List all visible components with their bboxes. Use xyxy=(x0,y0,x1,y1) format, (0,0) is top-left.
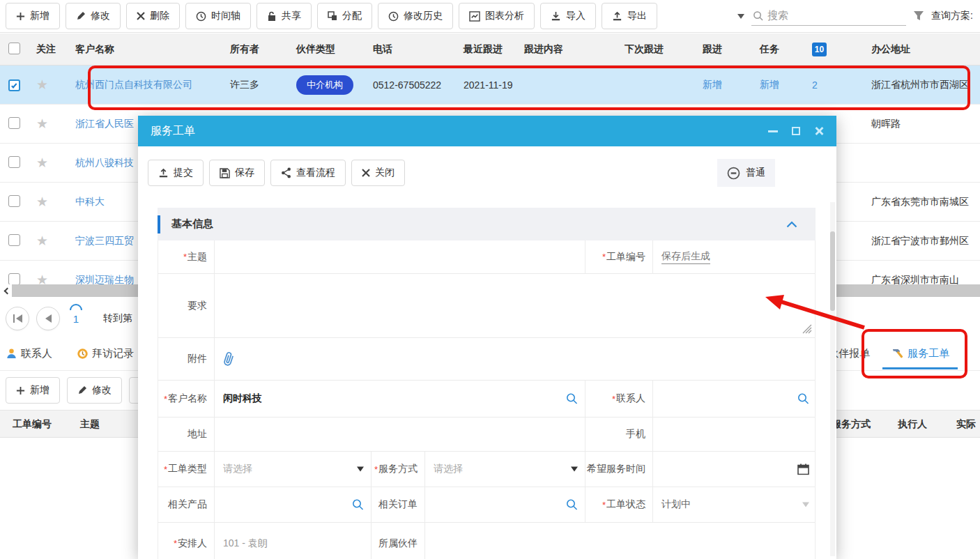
star-icon[interactable] xyxy=(36,273,48,284)
row-checkbox[interactable] xyxy=(8,156,20,168)
scroll-left-button[interactable] xyxy=(0,284,12,297)
order-status-label: 工单状态 xyxy=(585,487,652,522)
customer-name-link[interactable]: 中科大 xyxy=(75,196,105,207)
requirement-field[interactable] xyxy=(214,274,816,337)
detail-add-button[interactable]: 新增 xyxy=(6,377,60,404)
hope-time-field[interactable] xyxy=(652,452,816,487)
col-follow-up[interactable]: 跟进 xyxy=(694,43,751,56)
order-status-select[interactable]: 计划中 xyxy=(652,487,816,522)
close-icon[interactable] xyxy=(814,126,824,136)
mobile-field[interactable] xyxy=(652,418,816,451)
partner-field[interactable] xyxy=(424,523,816,559)
col-office-address[interactable]: 办公地址 xyxy=(863,43,980,56)
modal-scrollbar-thumb[interactable] xyxy=(830,231,835,311)
maximize-icon[interactable] xyxy=(792,127,800,135)
history-button[interactable]: 修改历史 xyxy=(378,3,453,29)
customer-name-link[interactable]: 深圳迈瑞生物 xyxy=(75,274,134,285)
view-flow-button[interactable]: 查看流程 xyxy=(270,160,346,186)
import-button[interactable]: 导入 xyxy=(540,3,596,29)
export-button[interactable]: 导出 xyxy=(602,3,657,29)
address-field[interactable] xyxy=(214,418,585,451)
query-plan-label[interactable]: 查询方案: xyxy=(931,10,973,22)
prev-page-button[interactable] xyxy=(36,307,60,330)
col-order-no[interactable]: 工单编号 xyxy=(13,418,52,431)
col-task[interactable]: 任务 xyxy=(751,43,804,56)
col-partner-type[interactable]: 伙伴类型 xyxy=(288,43,365,56)
tab-contacts[interactable]: 联系人 xyxy=(6,347,52,360)
share-button[interactable]: 共享 xyxy=(257,3,312,29)
col-phone[interactable]: 电话 xyxy=(365,43,455,56)
save-button[interactable]: 保存 xyxy=(209,160,265,186)
search-icon[interactable] xyxy=(566,499,578,511)
edit-button[interactable]: 修改 xyxy=(66,3,121,29)
modal-titlebar[interactable]: 服务工单 xyxy=(138,116,836,146)
submit-button[interactable]: 提交 xyxy=(148,160,204,186)
row-checkbox[interactable] xyxy=(8,234,20,246)
row-checkbox[interactable] xyxy=(8,195,20,207)
calendar-icon[interactable] xyxy=(797,464,809,475)
contact-field[interactable] xyxy=(652,381,816,417)
col-recent-follow[interactable]: 最近跟进 xyxy=(455,43,516,56)
order-type-select[interactable]: 请选择 xyxy=(214,452,371,487)
subject-field[interactable] xyxy=(214,240,585,273)
col-follow[interactable]: 关注 xyxy=(28,43,67,56)
delete-button-label: 删除 xyxy=(150,10,169,22)
star-icon[interactable] xyxy=(36,116,48,131)
chart-analysis-button[interactable]: 图表分析 xyxy=(459,3,535,29)
close-button[interactable]: 关闭 xyxy=(351,160,405,186)
search-icon[interactable] xyxy=(797,393,809,405)
chevron-up-icon[interactable] xyxy=(786,221,797,228)
tab-service-orders[interactable]: 服务工单 xyxy=(891,347,949,360)
basic-info-section-header[interactable]: 基本信息 xyxy=(158,208,816,240)
paperclip-icon[interactable] xyxy=(223,351,234,367)
col-owner[interactable]: 所有者 xyxy=(222,43,288,56)
star-icon[interactable] xyxy=(36,77,48,92)
star-icon[interactable] xyxy=(36,194,48,209)
star-icon[interactable] xyxy=(36,155,48,170)
col-follow-content[interactable]: 跟进内容 xyxy=(516,43,616,56)
order-type-placeholder: 请选择 xyxy=(223,463,252,475)
row-checkbox[interactable] xyxy=(8,117,20,129)
delete-button[interactable]: 删除 xyxy=(126,3,180,29)
search-icon[interactable] xyxy=(352,499,364,511)
service-mode-select[interactable]: 请选择 xyxy=(424,452,585,487)
timeline-button[interactable]: 时间轴 xyxy=(185,3,251,29)
owner-cell: 许三多 xyxy=(222,79,288,91)
assign-button[interactable]: 分配 xyxy=(317,3,372,29)
customer-name-link[interactable]: 宁波三四五贸 xyxy=(75,235,134,246)
filter-funnel-icon[interactable] xyxy=(913,10,924,22)
minimize-icon[interactable] xyxy=(768,130,778,132)
row-checkbox[interactable] xyxy=(8,273,20,285)
detail-edit-button[interactable]: 修改 xyxy=(67,377,122,404)
priority-badge[interactable]: 普通 xyxy=(717,159,775,187)
task-link[interactable]: 新增 xyxy=(760,79,779,90)
table-row[interactable]: 杭州西门点自科技有限公司 许三多 中介机构 0512-67505222 2021… xyxy=(0,66,980,105)
related-order-field[interactable] xyxy=(424,487,585,522)
col-subject[interactable]: 主题 xyxy=(80,418,100,431)
follow-up-link[interactable]: 新增 xyxy=(703,79,722,90)
customer-name-link[interactable]: 杭州西门点自科技有限公司 xyxy=(75,79,192,90)
select-all-checkbox[interactable] xyxy=(8,43,20,54)
first-page-button[interactable] xyxy=(6,307,29,330)
customer-name-link[interactable]: 杭州八骏科技 xyxy=(75,157,134,168)
star-icon[interactable] xyxy=(36,233,48,248)
customer-name-link[interactable]: 浙江省人民医 xyxy=(75,118,134,129)
search-input[interactable]: 搜索 xyxy=(751,6,906,26)
col-next-follow[interactable]: 下次跟进 xyxy=(616,43,694,56)
col-actual[interactable]: 实际 xyxy=(956,418,976,431)
modal-scrollbar[interactable] xyxy=(830,202,835,556)
search-icon[interactable] xyxy=(566,393,578,405)
current-page[interactable]: 1 xyxy=(67,313,85,325)
arranger-field[interactable]: 101 - 袁朗 xyxy=(214,523,371,559)
related-product-field[interactable] xyxy=(214,487,371,522)
tab-visit-records[interactable]: 拜访记录 xyxy=(77,347,134,360)
search-scope-caret-icon[interactable] xyxy=(737,14,744,19)
add-button[interactable]: 新增 xyxy=(6,3,60,29)
count-link[interactable]: 2 xyxy=(812,79,818,91)
col-customer-name[interactable]: 客户名称 xyxy=(67,43,222,56)
col-service-mode[interactable]: 服务方式 xyxy=(832,418,871,431)
col-executor[interactable]: 执行人 xyxy=(898,418,927,431)
customer-field[interactable]: 闲时科技 xyxy=(214,381,585,417)
row-checkbox[interactable] xyxy=(8,79,20,91)
resize-grip-icon[interactable] xyxy=(802,324,812,334)
